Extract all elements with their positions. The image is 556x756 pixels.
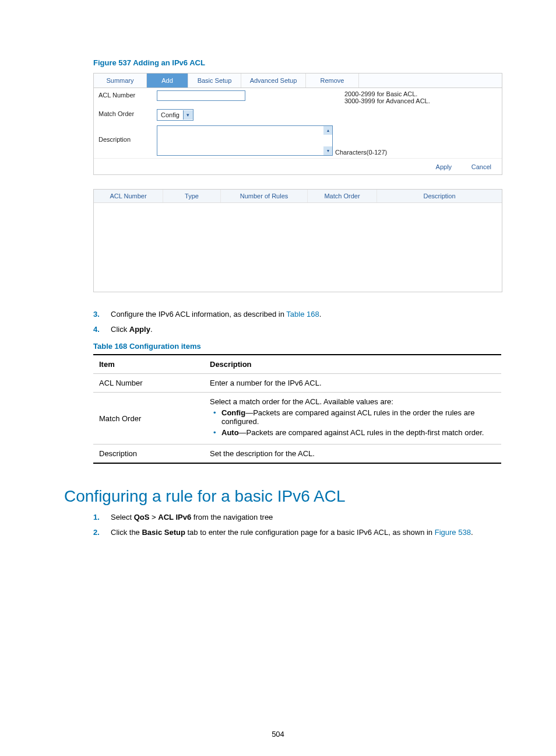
tab-row: Summary Add Basic Setup Advanced Setup R…: [94, 74, 502, 88]
td-item: Description: [93, 444, 204, 464]
acl-list-header: ACL Number Type Number of Rules Match Or…: [94, 190, 502, 203]
link-figure-538[interactable]: Figure 538: [435, 528, 471, 537]
match-order-label: Match Order: [98, 109, 157, 117]
link-table-168[interactable]: Table 168: [286, 310, 319, 318]
tab-add[interactable]: Add: [147, 74, 188, 88]
config-items-table: Item Description ACL Number Enter a numb…: [93, 354, 501, 464]
match-order-value: Config: [157, 111, 183, 118]
acl-range-hint-line2: 3000-3999 for Advanced ACL.: [344, 97, 430, 104]
step-text: Click the Basic Setup tab to enter the r…: [111, 527, 504, 538]
step-number: 3.: [93, 309, 111, 320]
td-item: ACL Number: [93, 374, 204, 393]
bullet-item: Auto—Packets are compared against ACL ru…: [221, 428, 495, 437]
col-acl-number: ACL Number: [94, 190, 163, 202]
table-caption: Table 168 Configuration items: [93, 342, 504, 351]
tab-remove[interactable]: Remove: [306, 74, 359, 88]
th-item: Item: [93, 355, 204, 374]
col-type: Type: [163, 190, 221, 202]
step-number: 2.: [93, 527, 111, 538]
tab-summary[interactable]: Summary: [94, 74, 147, 88]
acl-number-label: ACL Number: [98, 90, 157, 99]
acl-number-input[interactable]: [157, 90, 245, 101]
char-count-hint: Characters(0-127): [335, 149, 387, 156]
section-heading: Configuring a rule for a basic IPv6 ACL: [64, 487, 504, 506]
col-match-order: Match Order: [308, 190, 377, 202]
apply-button[interactable]: Apply: [430, 162, 458, 172]
td-desc: Set the description for the ACL.: [204, 444, 501, 464]
step-text: Click Apply.: [111, 324, 504, 335]
step-text: Configure the IPv6 ACL information, as d…: [111, 309, 504, 320]
tab-advanced-setup[interactable]: Advanced Setup: [241, 74, 306, 88]
description-label: Description: [98, 125, 157, 143]
td-desc: Select a match order for the ACL. Availa…: [204, 393, 501, 444]
col-number-of-rules: Number of Rules: [221, 190, 308, 202]
figure-caption: Figure 537 Adding an IPv6 ACL: [93, 58, 504, 67]
match-order-select[interactable]: Config ▾: [157, 109, 193, 121]
acl-list-panel: ACL Number Type Number of Rules Match Or…: [93, 189, 502, 292]
acl-range-hint: 2000-2999 for Basic ACL. 3000-3999 for A…: [344, 90, 430, 104]
col-description: Description: [377, 190, 502, 202]
tab-basic-setup[interactable]: Basic Setup: [188, 74, 241, 88]
step-number: 4.: [93, 324, 111, 335]
scroll-up-icon[interactable]: ▴: [323, 126, 332, 135]
description-textarea[interactable]: ▴ ▾: [157, 125, 333, 156]
cancel-button[interactable]: Cancel: [466, 162, 497, 172]
td-desc: Enter a number for the IPv6 ACL.: [204, 374, 501, 393]
chevron-down-icon[interactable]: ▾: [183, 110, 193, 120]
acl-form-panel: Summary Add Basic Setup Advanced Setup R…: [93, 73, 502, 175]
step-number: 1.: [93, 512, 111, 523]
bullet-item: Config—Packets are compared against ACL …: [221, 408, 495, 426]
page-number: 504: [0, 730, 556, 738]
td-item: Match Order: [93, 393, 204, 444]
th-description: Description: [204, 355, 501, 374]
acl-range-hint-line1: 2000-2999 for Basic ACL.: [344, 90, 430, 97]
scroll-down-icon[interactable]: ▾: [323, 146, 332, 155]
step-text: Select QoS > ACL IPv6 from the navigatio…: [111, 512, 504, 523]
